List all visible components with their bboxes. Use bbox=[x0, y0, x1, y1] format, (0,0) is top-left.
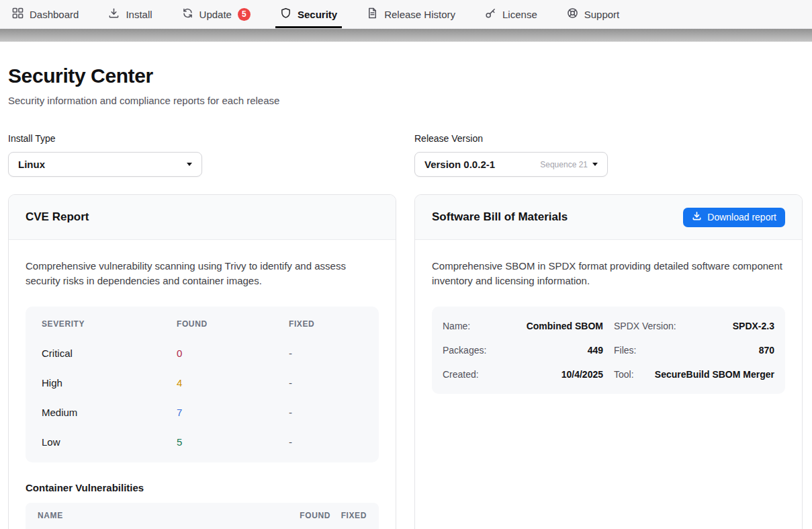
sbom-card: Software Bill of Materials Download repo… bbox=[414, 194, 803, 529]
col-fixed: FIXED bbox=[289, 319, 363, 329]
download-report-label: Download report bbox=[707, 212, 776, 222]
table-row: Low 5 - bbox=[26, 428, 379, 457]
sbom-spdx-version-value: SPDX-2.3 bbox=[733, 321, 774, 331]
fixed-count: - bbox=[289, 377, 363, 389]
release-version-value: Version 0.0.2-1 bbox=[424, 159, 495, 170]
severity-table: SEVERITY FOUND FIXED Critical 0 - High 4… bbox=[26, 307, 379, 462]
filters-row: Install Type Linux Release Version Versi… bbox=[8, 133, 803, 177]
sbom-info-table: Name: Combined SBOM SPDX Version: SPDX-2… bbox=[432, 307, 785, 394]
dashboard-grid-icon bbox=[12, 7, 24, 21]
nav-label: Install bbox=[126, 9, 152, 20]
sbom-spdx-version-label: SPDX Version: bbox=[614, 321, 676, 331]
download-icon bbox=[692, 211, 702, 223]
table-row: Created: 10/4/2025 Tool: SecureBuild SBO… bbox=[443, 362, 774, 386]
col-severity: SEVERITY bbox=[42, 319, 177, 329]
fixed-count: - bbox=[289, 436, 363, 448]
sbom-description: Comprehensive SBOM in SPDX format provid… bbox=[432, 259, 785, 288]
sbom-created-value: 10/4/2025 bbox=[561, 369, 603, 380]
header-shadow-bar bbox=[0, 29, 812, 42]
document-icon bbox=[367, 7, 378, 21]
install-type-filter: Install Type Linux bbox=[8, 133, 396, 177]
cve-card-body: Comprehensive vulnerability scanning usi… bbox=[9, 240, 396, 529]
nav-label: Release History bbox=[384, 9, 455, 20]
sbom-name-value: Combined SBOM bbox=[527, 321, 603, 331]
nav-label: Security bbox=[298, 9, 337, 20]
sbom-created-label: Created: bbox=[443, 369, 479, 380]
download-report-button[interactable]: Download report bbox=[683, 208, 785, 227]
sbom-packages-value: 449 bbox=[588, 345, 603, 356]
release-sequence-label: Sequence 21 bbox=[540, 160, 588, 169]
found-count: 5 bbox=[177, 436, 289, 448]
col-fixed: FIXED bbox=[330, 511, 367, 520]
install-type-label: Install Type bbox=[8, 133, 396, 144]
sbom-tool-label: Tool: bbox=[614, 369, 634, 380]
nav-item-dashboard[interactable]: Dashboard bbox=[12, 0, 79, 28]
severity-label: Critical bbox=[42, 348, 177, 359]
sbom-tool-value: SecureBuild SBOM Merger bbox=[655, 369, 774, 380]
security-center-page: Security Center Security information and… bbox=[0, 65, 812, 529]
col-found: FOUND bbox=[177, 319, 289, 329]
nav-label: Dashboard bbox=[30, 9, 79, 20]
sbom-card-body: Comprehensive SBOM in SPDX format provid… bbox=[415, 240, 802, 410]
col-name: NAME bbox=[38, 511, 282, 520]
cve-report-card: CVE Report Comprehensive vulnerability s… bbox=[8, 194, 396, 529]
cve-card-header: CVE Report bbox=[9, 195, 396, 240]
release-version-filter: Release Version Version 0.0.2-1 Sequence… bbox=[414, 133, 803, 177]
nav-label: Support bbox=[584, 9, 620, 20]
chevron-down-icon bbox=[187, 163, 192, 166]
nav-item-security[interactable]: Security bbox=[280, 0, 337, 28]
install-type-select[interactable]: Linux bbox=[8, 152, 202, 177]
report-cards: CVE Report Comprehensive vulnerability s… bbox=[8, 194, 803, 529]
container-vulnerabilities-title: Container Vulnerabilities bbox=[26, 482, 379, 493]
table-row: Critical 0 - bbox=[26, 339, 379, 368]
install-type-value: Linux bbox=[18, 159, 45, 170]
nav-label: License bbox=[502, 9, 537, 20]
severity-table-header: SEVERITY FOUND FIXED bbox=[26, 309, 379, 339]
release-version-label: Release Version bbox=[414, 133, 803, 144]
sbom-packages-label: Packages: bbox=[443, 345, 486, 356]
nav-item-license[interactable]: License bbox=[485, 0, 537, 28]
severity-label: High bbox=[42, 377, 177, 389]
key-icon bbox=[485, 7, 496, 21]
nav-item-support[interactable]: Support bbox=[567, 0, 620, 28]
nav-label: Update bbox=[199, 9, 232, 20]
top-navigation: Dashboard Install Update 5 Security Rele… bbox=[0, 0, 812, 29]
sbom-card-title: Software Bill of Materials bbox=[432, 210, 568, 224]
nav-item-release-history[interactable]: Release History bbox=[367, 0, 455, 28]
fixed-count: - bbox=[289, 407, 363, 418]
found-count: 7 bbox=[177, 407, 289, 418]
container-vulnerabilities-table-header: NAME FOUND FIXED bbox=[26, 503, 379, 529]
release-version-select[interactable]: Version 0.0.2-1 Sequence 21 bbox=[414, 152, 608, 177]
chevron-down-icon bbox=[592, 163, 598, 166]
cve-card-title: CVE Report bbox=[26, 210, 89, 224]
nav-item-install[interactable]: Install bbox=[108, 0, 152, 28]
life-buoy-icon bbox=[567, 7, 578, 21]
sbom-name-label: Name: bbox=[443, 321, 470, 331]
fixed-count: - bbox=[289, 348, 363, 359]
download-icon bbox=[108, 7, 120, 21]
page-title: Security Center bbox=[8, 65, 803, 87]
sbom-files-value: 870 bbox=[759, 345, 774, 356]
found-count: 4 bbox=[177, 377, 289, 389]
table-row: High 4 - bbox=[26, 368, 379, 398]
shield-icon bbox=[280, 7, 291, 21]
refresh-icon bbox=[182, 7, 193, 21]
page-subtitle: Security information and compliance repo… bbox=[8, 95, 803, 106]
update-count-badge: 5 bbox=[238, 8, 251, 21]
table-row: Packages: 449 Files: 870 bbox=[443, 338, 774, 362]
nav-item-update[interactable]: Update 5 bbox=[182, 0, 251, 28]
cve-description: Comprehensive vulnerability scanning usi… bbox=[26, 259, 379, 288]
severity-label: Medium bbox=[42, 407, 177, 418]
found-count: 0 bbox=[177, 348, 289, 359]
table-row: Name: Combined SBOM SPDX Version: SPDX-2… bbox=[443, 314, 774, 338]
sbom-files-label: Files: bbox=[614, 345, 636, 356]
table-row: Medium 7 - bbox=[26, 398, 379, 428]
sbom-card-header: Software Bill of Materials Download repo… bbox=[415, 195, 802, 240]
col-found: FOUND bbox=[282, 511, 330, 520]
severity-label: Low bbox=[42, 436, 177, 448]
